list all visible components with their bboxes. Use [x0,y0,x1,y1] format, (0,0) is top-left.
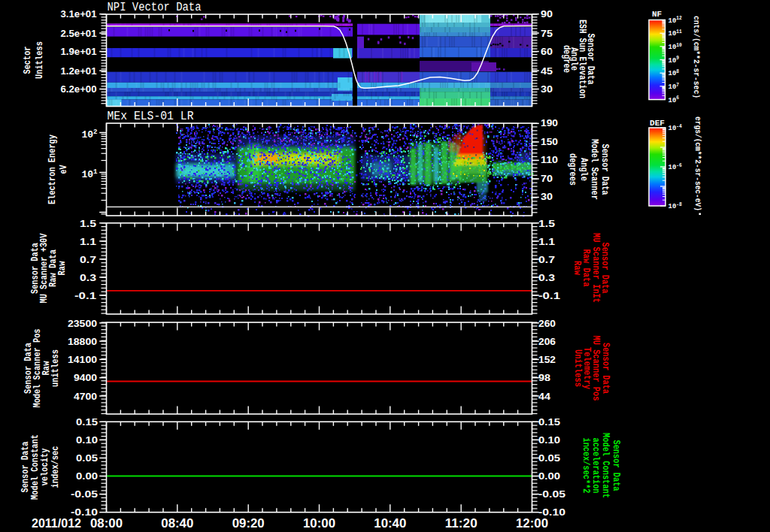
svg-text:0.7: 0.7 [538,254,555,265]
svg-text:30: 30 [541,83,553,95]
svg-text:acceleration: acceleration [590,438,601,494]
svg-text:2011/012: 2011/012 [32,516,81,530]
svg-text:0.00: 0.00 [538,470,560,482]
svg-text:-0.05: -0.05 [71,488,98,500]
svg-text:75: 75 [541,28,553,39]
svg-text:4700: 4700 [74,391,97,402]
svg-text:eV: eV [59,165,69,174]
svg-text:0.3: 0.3 [538,272,555,283]
svg-text:150: 150 [541,136,558,147]
svg-text:10:00: 10:00 [303,516,335,530]
svg-text:Model Constant: Model Constant [30,434,41,500]
svg-text:index/sec: index/sec [50,446,61,488]
svg-text:degrees: degrees [567,153,578,186]
svg-text:0.10: 0.10 [538,434,560,446]
svg-text:44: 44 [538,391,551,402]
svg-text:110: 110 [541,154,558,165]
svg-text:NF: NF [652,10,662,19]
svg-text:152: 152 [538,354,556,365]
svg-text:12:00: 12:00 [516,516,548,530]
svg-text:10:40: 10:40 [374,516,406,530]
svg-text:Sensor Data: Sensor Data [20,441,31,492]
svg-text:Sensor Data: Sensor Data [611,440,621,491]
svg-text:6.2e+00: 6.2e+00 [61,83,97,95]
svg-text:1.1: 1.1 [538,236,555,247]
svg-text:23500: 23500 [68,318,97,329]
svg-text:206: 206 [538,336,556,347]
svg-text:Unitless: Unitless [572,349,583,387]
svg-text:08:40: 08:40 [161,516,193,530]
svg-text:1.5: 1.5 [80,218,96,229]
svg-text:DEF: DEF [650,119,665,128]
svg-text:cnts/(cm**2-sr-sec): cnts/(cm**2-sr-sec) [692,16,700,98]
svg-text:0.00: 0.00 [76,470,98,482]
svg-text:3.1e+01: 3.1e+01 [61,8,97,20]
svg-text:260: 260 [538,318,556,329]
svg-text:11:20: 11:20 [445,516,477,530]
svg-text:45: 45 [541,65,553,77]
svg-text:60: 60 [541,46,553,57]
svg-text:MEx ELS-01 LR: MEx ELS-01 LR [108,110,194,123]
svg-text:-0.05: -0.05 [538,488,565,500]
svg-text:14100: 14100 [68,354,97,365]
svg-text:incex/sec**2: incex/sec**2 [581,438,591,494]
svg-text:90: 90 [541,8,553,20]
svg-text:-0.1: -0.1 [74,290,96,301]
svg-text:18800: 18800 [68,336,97,347]
svg-text:08:00: 08:00 [90,516,123,530]
svg-text:0.15: 0.15 [76,416,98,428]
svg-text:0.05: 0.05 [538,452,560,464]
svg-text:0.7: 0.7 [80,254,96,265]
svg-text:Sensor Data: Sensor Data [599,144,610,195]
svg-text:9400: 9400 [74,372,97,383]
svg-text:0.3: 0.3 [80,272,96,283]
svg-text:unitless: unitless [50,349,61,387]
svg-text:0.10: 0.10 [76,434,98,446]
svg-text:ergs/(cm**2-sr-sec-eV): ergs/(cm**2-sr-sec-eV) [693,116,702,211]
svg-text:1.9e+01: 1.9e+01 [61,46,97,57]
svg-text:Model Constant: Model Constant [600,433,611,498]
svg-text:Electron Energy: Electron Energy [47,135,58,204]
svg-text:Raw: Raw [571,261,582,275]
svg-text:190: 190 [541,117,558,128]
svg-text:Angle: Angle [578,158,589,181]
svg-text:velocity: velocity [40,448,50,485]
svg-text:0.15: 0.15 [538,416,560,428]
svg-text:Model Scanner: Model Scanner [589,139,599,200]
svg-text:70: 70 [541,173,553,184]
svg-text:98: 98 [538,372,550,383]
svg-text:-0.1: -0.1 [538,290,560,301]
svg-text:30: 30 [541,191,553,202]
svg-text:NPI Vector Data: NPI Vector Data [108,1,202,14]
svg-text:Raw: Raw [57,261,68,275]
svg-text:degree: degree [561,45,571,73]
svg-text:1.1: 1.1 [80,236,96,247]
svg-text:1.5: 1.5 [538,218,555,229]
svg-text:0.05: 0.05 [76,452,98,464]
svg-text:09:20: 09:20 [232,516,265,530]
svg-text:2.5e+01: 2.5e+01 [61,28,97,39]
svg-text:Sector: Sector [23,47,33,74]
svg-text:Unitless: Unitless [35,41,45,79]
svg-text:1.2e+01: 1.2e+01 [61,65,97,77]
